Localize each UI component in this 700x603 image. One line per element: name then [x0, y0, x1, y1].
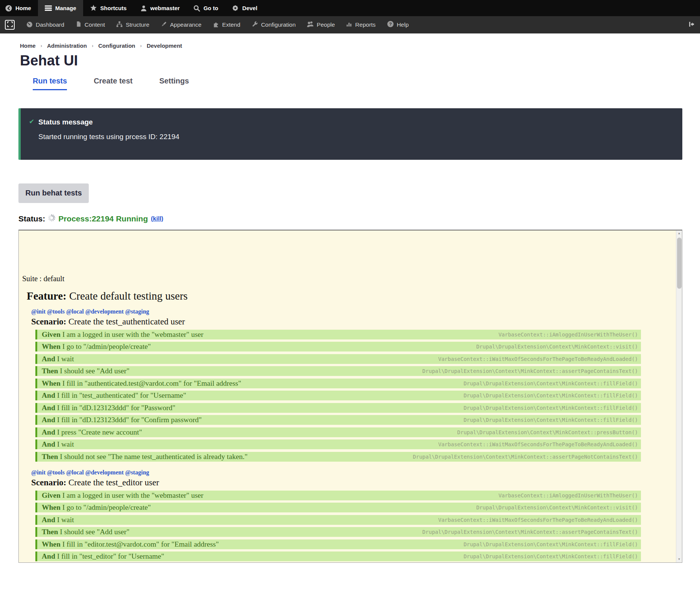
process-status-line: Status: Process:22194 Running (kill) — [18, 214, 700, 223]
toolbar-item-label: Shortcuts — [100, 5, 127, 11]
bar-chart-icon — [346, 21, 352, 29]
step-definition-path: VarbaseContext::iAmloggedInUserWithTheUs… — [498, 332, 638, 338]
behat-step-passed: Then I should not see "The name test_aut… — [35, 452, 641, 462]
behat-step-passed: When I fill in "authenticated.test@vardo… — [35, 379, 641, 388]
step-definition-path: Drupal\DrupalExtension\Context\MinkConte… — [463, 405, 638, 411]
admin-menu-item-appearance[interactable]: Appearance — [155, 16, 207, 33]
admin-menu-item-label: Structure — [126, 21, 149, 28]
toolbar-item-devel[interactable]: Devel — [225, 0, 264, 16]
hamburger-icon — [45, 5, 52, 12]
search-icon — [193, 5, 200, 12]
behat-step-passed: And I wait VarbaseContext::iWaitMaxOfSec… — [35, 354, 641, 364]
admin-menu-item-people[interactable]: People — [301, 16, 340, 33]
wrench-icon — [252, 21, 258, 29]
toolbar-item-home[interactable]: Home — [0, 0, 38, 16]
page-title: Behat UI — [20, 53, 700, 69]
breadcrumb-item-administration[interactable]: Administration — [47, 42, 87, 49]
svg-text:?: ? — [389, 21, 392, 27]
kill-process-link[interactable]: (kill) — [151, 215, 163, 222]
behat-step-passed: And I fill in "dD.123123ddd" for "Confir… — [35, 415, 641, 425]
gear-icon — [232, 5, 239, 12]
step-definition-path: Drupal\DrupalExtension\Context\MinkConte… — [463, 553, 638, 559]
admin-menu-item-help[interactable]: ?Help — [381, 16, 415, 33]
admin-menu-item-dashboard[interactable]: Dashboard — [21, 16, 70, 33]
step-definition-path: Drupal\DrupalExtension\Context\MinkConte… — [457, 429, 638, 435]
suite-label: Suite : default — [22, 274, 676, 283]
tab-settings[interactable]: Settings — [159, 77, 189, 90]
step-definition-path: Drupal\DrupalExtension\Context\MinkConte… — [463, 541, 638, 547]
help-icon: ? — [387, 21, 394, 29]
scenario-steps: Given I am a logged in user with the "we… — [35, 330, 676, 462]
behat-step-passed: When I go to "/admin/people/create" Drup… — [35, 503, 641, 512]
admin-menu-item-configuration[interactable]: Configuration — [246, 16, 301, 33]
behat-step-passed: And I press "Create new account" Drupal\… — [35, 427, 641, 437]
step-definition-path: Drupal\DrupalExtension\Context\MinkConte… — [463, 392, 638, 398]
status-message-body: Started running tests using prcess ID: 2… — [21, 126, 682, 141]
corner-brackets-icon — [7, 21, 13, 29]
scroll-up-arrow-icon[interactable]: ▲ — [676, 230, 682, 236]
behat-step-passed: Given I am a logged in user with the "we… — [35, 330, 641, 339]
admin-menu-item-structure[interactable]: Structure — [111, 16, 155, 33]
breadcrumb-item-configuration[interactable]: Configuration — [98, 42, 135, 49]
step-definition-path: Drupal\DrupalExtension\Context\MinkConte… — [422, 368, 638, 374]
top-toolbar: HomeManageShortcutswebmasterGo toDevel — [0, 0, 700, 16]
behat-output-panel: Suite : default Feature: Create default … — [18, 230, 682, 563]
behat-step-passed: And I fill in "test_editor" for "Usernam… — [35, 551, 641, 561]
feature-keyword: Feature: — [27, 290, 67, 302]
behat-step-passed: When I fill in "editor.test@vardot.com" … — [35, 539, 641, 549]
admin-menu-item-extend[interactable]: Extend — [207, 16, 246, 33]
run-behat-tests-button[interactable]: Run behat tests — [18, 183, 89, 203]
behat-step-passed: When I go to "/admin/people/create" Drup… — [35, 342, 641, 351]
primary-tabs: Run testsCreate testSettings — [33, 77, 700, 90]
behat-step-passed: Then I should see "Add user" Drupal\Drup… — [35, 527, 641, 537]
step-definition-path: Drupal\DrupalExtension\Context\MinkConte… — [476, 505, 638, 511]
scenario-title: Scenario: Create the test_editor user — [31, 478, 676, 488]
admin-menu-item-label: Dashboard — [36, 21, 64, 28]
behat-step-passed: And I wait VarbaseContext::iWaitMaxOfSec… — [35, 439, 641, 449]
tab-run-tests[interactable]: Run tests — [33, 77, 67, 90]
step-definition-path: VarbaseContext::iWaitMaxOfSecondsForTheP… — [438, 356, 638, 362]
chevron-circle-left-icon — [5, 5, 12, 12]
status-label: Status: — [18, 214, 45, 223]
puzzle-icon — [213, 21, 219, 29]
scenario-list: @init @tools @local @development @stagin… — [31, 308, 676, 562]
toolbar-orientation-button[interactable] — [5, 20, 15, 30]
scenario-block: @init @tools @local @development @stagin… — [31, 308, 676, 462]
toolbar-item-label: webmaster — [150, 5, 180, 11]
toolbar-item-label: Manage — [55, 5, 76, 11]
admin-menu-item-reports[interactable]: Reports — [340, 16, 381, 33]
step-definition-path: VarbaseContext::iAmloggedInUserWithTheUs… — [498, 492, 638, 498]
toolbar-item-shortcuts[interactable]: Shortcuts — [83, 0, 134, 16]
step-definition-path: Drupal\DrupalExtension\Context\MinkConte… — [476, 344, 638, 350]
behat-step-passed: And I wait VarbaseContext::iWaitMaxOfSec… — [35, 515, 641, 525]
breadcrumb-item-development: Development — [147, 42, 182, 49]
tab-create-test[interactable]: Create test — [94, 77, 132, 90]
toolbar-item-label: Go to — [203, 5, 218, 11]
toolbar-item-manage[interactable]: Manage — [38, 0, 83, 16]
step-definition-path: Drupal\DrupalExtension\Context\MinkConte… — [413, 454, 638, 460]
toolbar-collapse-button[interactable] — [688, 16, 695, 33]
feature-heading: Feature: Create default testing users — [27, 290, 676, 302]
process-running-text: Process:22194 Running — [58, 214, 148, 223]
scrollbar-thumb[interactable] — [677, 238, 682, 289]
admin-menu-item-label: Extend — [222, 21, 240, 28]
toolbar-item-label: Devel — [242, 5, 257, 11]
admin-menu-item-content[interactable]: Content — [70, 16, 111, 33]
scroll-down-arrow-icon[interactable]: ▼ — [676, 556, 682, 562]
admin-menu-item-label: Appearance — [170, 21, 202, 28]
user-icon — [140, 5, 147, 12]
people-icon — [307, 21, 314, 29]
breadcrumb-item-home[interactable]: Home — [20, 42, 36, 49]
check-icon: ✔ — [29, 118, 34, 126]
sitemap-icon — [116, 21, 123, 29]
panel-scrollbar[interactable]: ▲ ▼ — [676, 230, 682, 562]
toolbar-item-webmaster[interactable]: webmaster — [134, 0, 187, 16]
admin-menu-bar: DashboardContentStructureAppearanceExten… — [0, 16, 700, 33]
scenario-steps: Given I am a logged in user with the "we… — [35, 491, 676, 562]
admin-menu-item-label: Reports — [355, 21, 375, 28]
breadcrumb: Home›Administration›Configuration›Develo… — [20, 42, 700, 49]
scenario-title: Scenario: Create the test_authenticated … — [31, 317, 676, 327]
behat-step-passed: Then I should see "Add user" Drupal\Drup… — [35, 366, 641, 376]
toolbar-item-go-to[interactable]: Go to — [187, 0, 225, 16]
scenario-tags: @init @tools @local @development @stagin… — [31, 469, 676, 476]
